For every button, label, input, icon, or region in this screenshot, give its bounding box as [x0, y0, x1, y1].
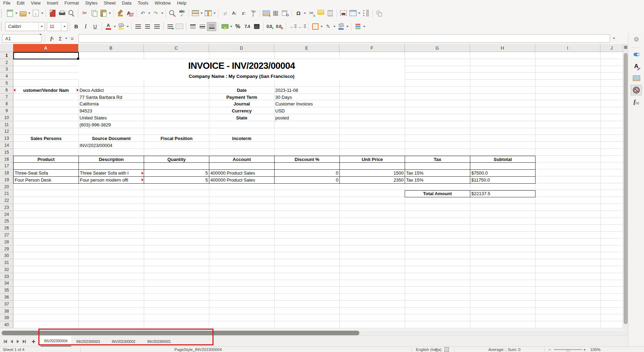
- invoice-header-block[interactable]: INVOICE - INV/2023/00004 Company Name : …: [78, 59, 405, 80]
- insert-column-dropdown[interactable]: [213, 9, 216, 18]
- row-header-2[interactable]: 2: [0, 59, 13, 66]
- row-header-10[interactable]: 10: [0, 114, 13, 121]
- menu-view[interactable]: View: [28, 0, 44, 6]
- row-header-22[interactable]: 22: [0, 197, 13, 204]
- sort-descending-button[interactable]: [239, 9, 248, 18]
- menu-sheet[interactable]: Sheet: [100, 0, 119, 6]
- menu-file[interactable]: File: [0, 0, 14, 6]
- insert-row-button[interactable]: [190, 9, 200, 18]
- insert-row-dropdown[interactable]: [200, 9, 203, 18]
- font-name-combo[interactable]: Calibri: [5, 22, 45, 31]
- cell-B13[interactable]: Source Document: [78, 135, 144, 142]
- cell-B18[interactable]: Three Seater Sofa with l: [78, 169, 144, 177]
- cell-A6[interactable]: ustomer/Vendor Nam: [13, 87, 79, 94]
- spelling-button[interactable]: [177, 9, 187, 18]
- font-size-combo[interactable]: 11: [47, 22, 68, 31]
- increase-indent-button[interactable]: [288, 22, 297, 31]
- bold-button[interactable]: [72, 22, 81, 31]
- cell-D8[interactable]: Journal: [209, 100, 275, 108]
- menu-tools[interactable]: Tools: [135, 0, 151, 6]
- font-name-dropdown[interactable]: [38, 22, 45, 31]
- border-style-button[interactable]: [323, 22, 333, 31]
- row-header-33[interactable]: 33: [0, 273, 13, 280]
- add-sheet-button[interactable]: +: [29, 338, 38, 345]
- row-header-12[interactable]: 12: [0, 128, 13, 135]
- cell-B10[interactable]: United States: [78, 114, 144, 122]
- align-bottom-button[interactable]: [207, 22, 216, 31]
- cell-G18[interactable]: Tax 15%: [405, 169, 470, 177]
- show-draw-functions-button[interactable]: [374, 9, 384, 18]
- cell-D13[interactable]: Incoterm: [209, 135, 275, 142]
- cell-B11[interactable]: (603)-996-3829: [78, 121, 144, 129]
- row-header-11[interactable]: 11: [0, 121, 13, 128]
- print-preview-button[interactable]: [67, 9, 76, 18]
- open-file-dropdown[interactable]: [28, 9, 31, 18]
- borders-dropdown[interactable]: [320, 22, 323, 31]
- row-header-1[interactable]: 1: [0, 52, 13, 59]
- menu-insert[interactable]: Insert: [44, 0, 61, 6]
- menu-format[interactable]: Format: [61, 0, 82, 6]
- sheet-tab-INV202300004[interactable]: INV202300004: [40, 336, 71, 347]
- column-header-F[interactable]: F: [339, 44, 405, 52]
- insert-column-button[interactable]: [203, 9, 213, 18]
- row-header-17[interactable]: 17: [0, 162, 13, 169]
- row-header-40[interactable]: 40: [0, 321, 13, 328]
- cell-B8[interactable]: California: [78, 100, 144, 108]
- cell-E16[interactable]: Discount %: [274, 156, 340, 163]
- row-header-25[interactable]: 25: [0, 218, 13, 225]
- cell-A13[interactable]: Sales Persons: [13, 135, 79, 142]
- new-spreadsheet-dropdown[interactable]: [15, 9, 18, 18]
- cell-B19[interactable]: Four person modern offi: [78, 176, 144, 184]
- menu-help[interactable]: Help: [174, 0, 189, 6]
- cell-F18[interactable]: 1500: [339, 169, 405, 177]
- sort-ascending-button[interactable]: [230, 9, 239, 18]
- zoom-out-button[interactable]: −: [548, 347, 551, 352]
- cell-G21[interactable]: Total Amount: [405, 190, 470, 198]
- cell-C18[interactable]: 5: [144, 169, 209, 177]
- expand-formula-bar[interactable]: [612, 34, 615, 43]
- sheet-tab-INV202300001[interactable]: INV202300001: [144, 336, 174, 347]
- previous-sheet-button[interactable]: [8, 338, 15, 345]
- row-header-7[interactable]: 7: [0, 94, 13, 101]
- font-color-button[interactable]: [104, 22, 113, 31]
- cell-B7[interactable]: 77 Santa Barbara Rd: [78, 94, 144, 101]
- cell-G19[interactable]: Tax 15%: [405, 176, 470, 184]
- column-header-G[interactable]: G: [405, 44, 470, 52]
- autofilter-button[interactable]: [248, 9, 258, 18]
- row-header-24[interactable]: 24: [0, 211, 13, 218]
- cell-H21[interactable]: $22137.5: [470, 190, 536, 198]
- row-header-13[interactable]: 13: [0, 135, 13, 142]
- row-header-34[interactable]: 34: [0, 280, 13, 287]
- cell-F17[interactable]: [339, 162, 405, 170]
- cell-B6[interactable]: Deco Addict: [78, 87, 144, 94]
- borders-button[interactable]: [310, 22, 320, 31]
- undo-dropdown[interactable]: [148, 9, 151, 18]
- sheet-tab-INV202300002[interactable]: INV202300002: [108, 336, 139, 347]
- insert-chart-button[interactable]: [271, 9, 280, 18]
- add-decimal-place-button[interactable]: [265, 22, 275, 31]
- cell-C13[interactable]: Fiscal Position: [144, 135, 209, 142]
- cut-button[interactable]: [80, 9, 89, 18]
- find-and-replace-button[interactable]: [168, 9, 177, 18]
- headers-and-footers-button[interactable]: [325, 9, 335, 18]
- row-header-6[interactable]: 6: [0, 87, 13, 94]
- decrease-indent-button[interactable]: [297, 22, 307, 31]
- wrap-text-button[interactable]: [165, 22, 175, 31]
- column-header-I[interactable]: I: [535, 44, 600, 52]
- cell-E9[interactable]: USD: [274, 107, 340, 115]
- cell-E17[interactable]: [274, 162, 340, 170]
- open-file-button[interactable]: [18, 9, 28, 18]
- clone-formatting-button[interactable]: [115, 9, 125, 18]
- row-header-29[interactable]: 29: [0, 245, 13, 252]
- cell-E18[interactable]: 0: [274, 169, 340, 177]
- center-vertically-button[interactable]: [197, 22, 207, 31]
- cell-D16[interactable]: Account: [209, 156, 275, 163]
- format-as-date-button[interactable]: [252, 22, 261, 31]
- row-header-38[interactable]: 38: [0, 308, 13, 315]
- name-box-dropdown[interactable]: [39, 35, 42, 42]
- zoom-level[interactable]: 100%: [590, 347, 600, 352]
- row-header-31[interactable]: 31: [0, 259, 13, 266]
- row-header-15[interactable]: 15: [0, 149, 13, 156]
- row-header-27[interactable]: 27: [0, 232, 13, 239]
- row-header-23[interactable]: 23: [0, 204, 13, 211]
